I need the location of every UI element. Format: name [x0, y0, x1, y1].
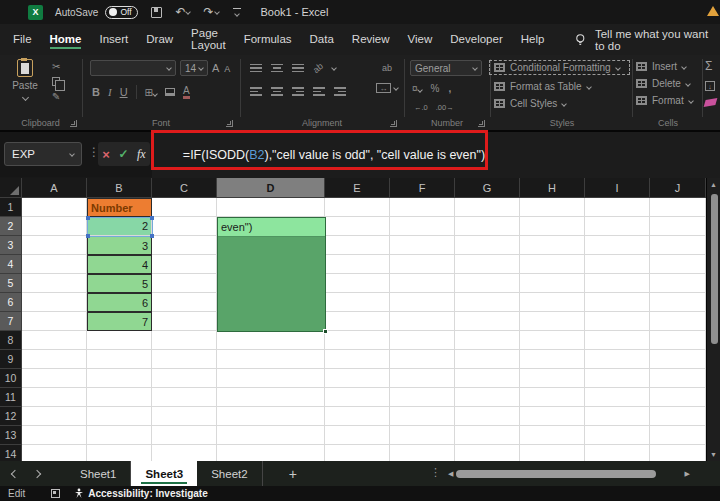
cell-G2[interactable] [455, 217, 520, 236]
cell-E6[interactable] [325, 293, 390, 312]
scroll-right-icon[interactable]: ▶ [684, 470, 689, 478]
cell-J4[interactable] [650, 255, 706, 274]
cell-H3[interactable] [520, 236, 585, 255]
selected-range-d2-d7[interactable]: even") [217, 217, 326, 332]
align-center-button[interactable] [271, 87, 283, 96]
cell-J13[interactable] [650, 426, 706, 445]
scroll-down-icon[interactable]: ▼ [710, 451, 717, 458]
customize-quick-access-toolbar-button[interactable] [233, 8, 241, 17]
cell-I9[interactable] [585, 350, 650, 369]
cell-B9[interactable] [87, 350, 152, 369]
cell-C2[interactable] [152, 217, 217, 236]
paste-button[interactable]: Paste [8, 59, 42, 102]
cell-B14[interactable] [87, 445, 152, 461]
cell-B4[interactable]: 4 [87, 255, 152, 274]
cell-F9[interactable] [390, 350, 455, 369]
delete-cells-button[interactable]: Delete [636, 78, 700, 89]
name-box[interactable]: EXP [4, 142, 82, 166]
clear-button[interactable] [704, 98, 718, 107]
cell-E7[interactable] [325, 312, 390, 331]
cell-C6[interactable] [152, 293, 217, 312]
format-cells-button[interactable]: Format [636, 95, 700, 106]
cell-E13[interactable] [325, 426, 390, 445]
cell-I6[interactable] [585, 293, 650, 312]
cell-I1[interactable] [585, 198, 650, 217]
cell-I3[interactable] [585, 236, 650, 255]
cell-I8[interactable] [585, 331, 650, 350]
autosave-toggle[interactable]: Off [105, 6, 138, 19]
cell-G14[interactable] [455, 445, 520, 461]
borders-button[interactable]: ⊞ [145, 87, 157, 98]
column-header-I[interactable]: I [585, 178, 650, 198]
number-dialog-launcher[interactable] [478, 120, 485, 127]
cell-A3[interactable] [22, 236, 87, 255]
cell-H13[interactable] [520, 426, 585, 445]
cell-E4[interactable] [325, 255, 390, 274]
cell-H2[interactable] [520, 217, 585, 236]
cell-E12[interactable] [325, 407, 390, 426]
cell-B11[interactable] [87, 388, 152, 407]
cell-G10[interactable] [455, 369, 520, 388]
cell-J10[interactable] [650, 369, 706, 388]
cell-F2[interactable] [390, 217, 455, 236]
cell-I14[interactable] [585, 445, 650, 461]
cell-B1[interactable]: Number [87, 198, 152, 217]
cell-A4[interactable] [22, 255, 87, 274]
menu-tab-developer[interactable]: Developer [441, 27, 511, 52]
cell-A8[interactable] [22, 331, 87, 350]
grow-font-button[interactable]: A [212, 62, 219, 74]
cell-J11[interactable] [650, 388, 706, 407]
cell-H5[interactable] [520, 274, 585, 293]
cell-B7[interactable]: 7 [87, 312, 152, 331]
autosum-button[interactable]: Σ [705, 59, 712, 73]
underline-button[interactable]: U [120, 86, 128, 98]
bold-button[interactable]: B [92, 86, 100, 98]
cell-C13[interactable] [152, 426, 217, 445]
scroll-up-icon[interactable]: ▲ [710, 181, 717, 188]
comma-style-button[interactable]: , [448, 83, 451, 94]
fill-button[interactable]: ↓ [705, 81, 715, 91]
format-as-table-button[interactable]: Format as Table [494, 81, 630, 92]
cell-G7[interactable] [455, 312, 520, 331]
cell-A9[interactable] [22, 350, 87, 369]
cell-G11[interactable] [455, 388, 520, 407]
cell-E5[interactable] [325, 274, 390, 293]
cell-H12[interactable] [520, 407, 585, 426]
cell-D8[interactable] [217, 331, 325, 350]
row-header-1[interactable]: 1 [0, 198, 22, 217]
row-header-14[interactable]: 14 [0, 445, 22, 461]
conditional-formatting-button[interactable]: Conditional Formatting [489, 60, 630, 75]
cell-G5[interactable] [455, 274, 520, 293]
undo-button[interactable]: ↶ [175, 5, 190, 19]
menu-tab-page-layout[interactable]: Page Layout [182, 21, 235, 58]
column-header-H[interactable]: H [520, 178, 585, 198]
cell-B10[interactable] [87, 369, 152, 388]
row-header-6[interactable]: 6 [0, 293, 22, 312]
align-middle-button[interactable] [271, 64, 283, 73]
cell-J5[interactable] [650, 274, 706, 293]
column-header-C[interactable]: C [152, 178, 217, 198]
column-header-G[interactable]: G [455, 178, 520, 198]
increase-indent-button[interactable] [334, 87, 346, 96]
row-header-12[interactable]: 12 [0, 407, 22, 426]
cell-D1[interactable] [217, 198, 325, 217]
decrease-indent-button[interactable] [313, 87, 325, 96]
cell-C12[interactable] [152, 407, 217, 426]
column-header-J[interactable]: J [650, 178, 706, 198]
column-header-E[interactable]: E [325, 178, 390, 198]
format-painter-button[interactable]: ✎ [52, 91, 60, 102]
enter-button[interactable]: ✓ [118, 147, 128, 161]
alignment-dialog-launcher[interactable] [390, 120, 397, 127]
menu-tab-review[interactable]: Review [343, 27, 399, 52]
cell-H8[interactable] [520, 331, 585, 350]
cell-F1[interactable] [390, 198, 455, 217]
macro-record-icon[interactable] [51, 489, 60, 498]
cell-C8[interactable] [152, 331, 217, 350]
cell-A7[interactable] [22, 312, 87, 331]
cell-D13[interactable] [217, 426, 325, 445]
decrease-decimal-button[interactable]: .00→ [436, 103, 454, 112]
insert-cells-button[interactable]: Insert [636, 61, 700, 72]
align-left-button[interactable] [250, 87, 262, 96]
cell-B6[interactable]: 6 [87, 293, 152, 312]
horizontal-scrollbar-thumb[interactable] [456, 470, 656, 478]
